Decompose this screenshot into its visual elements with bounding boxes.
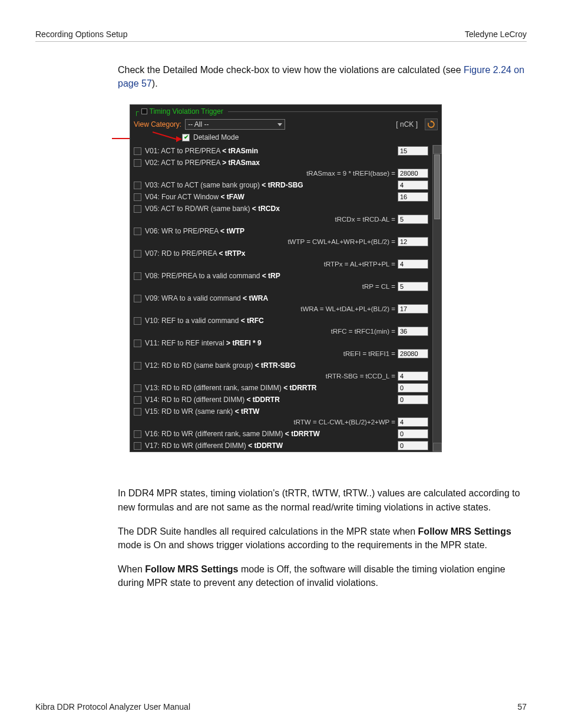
violation-checkbox[interactable] [134, 362, 141, 370]
detailed-mode-checkbox[interactable]: ✔ [182, 134, 190, 141]
violation-label: V11: REF to REF interval > tREFI * 9 [145, 339, 428, 347]
violation-value[interactable]: 28080 [398, 169, 428, 178]
violation-checkbox[interactable] [134, 340, 141, 347]
violation-calc-row: tRCDx = tRCD-AL =5 [130, 215, 432, 225]
violation-label: V06: WR to PRE/PREA < tWTP [145, 227, 428, 235]
violation-value[interactable]: 16 [398, 192, 428, 202]
violation-calc-formula: tRCDx = tRCD-AL = [335, 216, 395, 223]
violation-label: V02: ACT to PRE/PREA > tRASmax [145, 159, 428, 167]
violation-label: V10: REF to a valid command < tRFC [145, 317, 428, 325]
violation-checkbox[interactable] [134, 396, 141, 404]
violation-checkbox[interactable] [134, 147, 141, 155]
violation-calc-row: tRTR-SBG = tCCD_L =4 [130, 371, 432, 382]
violation-value[interactable]: 28080 [398, 349, 428, 358]
header-left: Recording Options Setup [35, 29, 127, 39]
violation-checkbox[interactable] [134, 250, 141, 258]
violation-value[interactable]: 17 [398, 304, 428, 314]
violation-row-v01: V01: ACT to PRE/PREA < tRASmin15 [130, 145, 432, 157]
violation-calc-formula: tRASmax = 9 * tREFI(base) = [306, 170, 395, 177]
violation-calc-formula: tWRA = WL+tDAL+PL+(BL/2) = [300, 305, 395, 312]
violation-value[interactable]: 5 [398, 215, 428, 224]
violation-value[interactable]: 0 [398, 383, 428, 393]
violation-row-v09: V09: WRA to a valid command < tWRA [130, 292, 432, 304]
violation-row-v17: V17: RD to WR (different DIMM) < tDDRTW0 [130, 440, 432, 452]
header-right: Teledyne LeCroy [465, 29, 527, 39]
refresh-button[interactable] [425, 118, 438, 130]
violation-row-v07: V07: RD to PRE/PREA < tRTPx [130, 248, 432, 259]
violation-calc-row: tRFC = tRFC1(min) =36 [130, 327, 432, 337]
body-p2: The DDR Suite handles all required calcu… [118, 525, 527, 552]
violation-row-v10: V10: REF to a valid command < tRFC [130, 315, 432, 327]
violation-row-v03: V03: ACT to ACT (same bank group) < tRRD… [130, 179, 432, 191]
violation-checkbox[interactable] [134, 384, 141, 392]
detailed-mode-label: Detailed Mode [193, 133, 239, 141]
svg-marker-2 [431, 120, 432, 123]
violation-row-v02: V02: ACT to PRE/PREA > tRASmax [130, 157, 432, 169]
panel-legend: ┌ Timing Violation Trigger [130, 105, 441, 117]
violation-value[interactable]: 0 [398, 395, 428, 404]
violation-label: V07: RD to PRE/PREA < tRTPx [145, 249, 428, 258]
legend-checkbox[interactable] [141, 108, 147, 114]
violation-row-v13: V13: RD to RD (different rank, same DIMM… [130, 382, 432, 394]
svg-line-3 [153, 132, 176, 139]
violation-calc-formula: tRTR-SBG = tCCD_L = [326, 373, 395, 380]
violation-row-v05: V05: ACT to RD/WR (same bank) < tRCDx [130, 203, 432, 215]
violation-label: V14: RD to RD (different DIMM) < tDDRTR [145, 396, 398, 404]
violation-value[interactable]: 4 [398, 180, 428, 190]
body-p3: When Follow MRS Settings mode is Off, th… [118, 562, 527, 589]
violation-value[interactable]: 5 [398, 282, 428, 291]
violation-label: V13: RD to RD (different rank, same DIMM… [145, 384, 398, 392]
violation-value[interactable]: 0 [398, 429, 428, 439]
violation-row-v14: V14: RD to RD (different DIMM) < tDDRTR0 [130, 394, 432, 406]
violation-checkbox[interactable] [134, 205, 141, 213]
violation-row-v12: V12: RD to RD (same bank group) < tRTR-S… [130, 360, 432, 371]
timing-violation-panel: ┌ Timing Violation Trigger View Category… [130, 104, 442, 452]
view-category-select[interactable]: -- All -- [185, 119, 285, 130]
violation-checkbox[interactable] [134, 159, 141, 167]
violation-checkbox[interactable] [134, 408, 141, 416]
violation-label: V12: RD to RD (same bank group) < tRTR-S… [145, 361, 428, 370]
violation-checkbox[interactable] [134, 182, 141, 189]
violation-value[interactable]: 36 [398, 327, 428, 336]
violation-row-v04: V04: Four ACT Window < tFAW16 [130, 191, 432, 203]
violation-checkbox[interactable] [134, 295, 141, 302]
scroll-up-button[interactable] [433, 145, 442, 154]
violation-calc-formula: tRTPx = AL+tRTP+PL = [324, 261, 395, 268]
page-footer: Kibra DDR Protocol Analyzer User Manual … [35, 702, 527, 711]
violation-value[interactable]: 12 [398, 237, 428, 246]
violation-row-v16: V16: RD to WR (different rank, same DIMM… [130, 428, 432, 440]
chevron-down-icon [277, 123, 282, 126]
violation-value[interactable]: 4 [398, 259, 428, 269]
detailed-mode-row: ✔ Detailed Mode [130, 132, 441, 145]
view-category-label: View Category: [134, 120, 181, 129]
violation-calc-row: tRP = CL =5 [130, 282, 432, 292]
violation-row-v06: V06: WR to PRE/PREA < tWTP [130, 225, 432, 237]
violation-checkbox[interactable] [134, 272, 141, 280]
violation-value[interactable]: 4 [398, 417, 428, 427]
violation-label: V04: Four ACT Window < tFAW [145, 193, 398, 201]
violation-checkbox[interactable] [134, 442, 141, 450]
violation-label: V17: RD to WR (different DIMM) < tDDRTW [145, 442, 398, 450]
violation-calc-formula: tRP = CL = [362, 283, 395, 290]
violation-checkbox[interactable] [134, 228, 141, 235]
violation-calc-row: tWRA = WL+tDAL+PL+(BL/2) =17 [130, 304, 432, 315]
refresh-icon [427, 120, 435, 129]
footer-page-number: 57 [517, 702, 527, 711]
body-p1: In DDR4 MPR states, timing violation's (… [118, 486, 527, 513]
violation-value[interactable]: 0 [398, 441, 428, 450]
detailed-arrow-icon [153, 130, 186, 144]
violation-value[interactable]: 15 [398, 146, 428, 156]
violation-checkbox[interactable] [134, 193, 141, 201]
violation-checkbox[interactable] [134, 317, 141, 325]
scroll-thumb[interactable] [434, 154, 440, 219]
violation-calc-row: tREFI = tREFI1 =28080 [130, 349, 432, 360]
violation-calc-formula: tRTW = CL-CWL+(BL/2)+2+WP = [294, 419, 395, 426]
violation-row-v11: V11: REF to REF interval > tREFI * 9 [130, 337, 432, 349]
intro-paragraph: Check the Detailed Mode check-box to vie… [118, 63, 527, 90]
nck-label: [ nCK ] [396, 120, 418, 129]
scroll-down-button[interactable] [433, 443, 442, 452]
scrollbar[interactable] [432, 145, 441, 452]
violation-checkbox[interactable] [134, 430, 141, 438]
violation-label: V01: ACT to PRE/PREA < tRASmin [145, 147, 398, 155]
violation-value[interactable]: 4 [398, 371, 428, 381]
